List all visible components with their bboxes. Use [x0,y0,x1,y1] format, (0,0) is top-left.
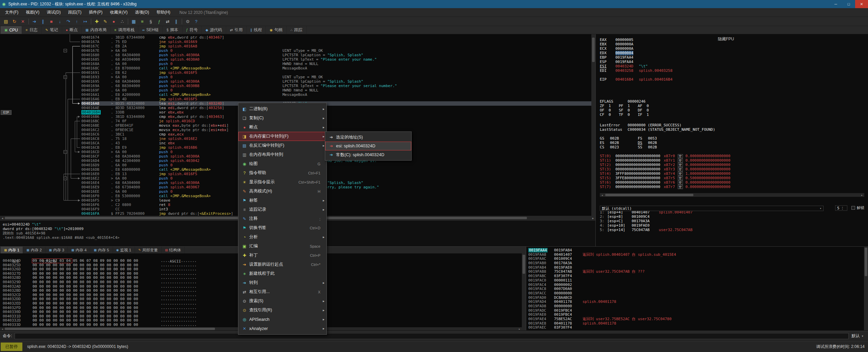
scrollbar-thumb[interactable] [522,255,525,274]
menu-item-find-references[interactable]: ⊙查找引用(R)▸ [238,306,327,315]
menu-item-apisearch[interactable]: ◎APISearch▸ [238,315,327,324]
stack-row[interactable]: 0019FAB40019FAE0 [526,266,864,270]
stack-row[interactable]: 0019FAEC03F307F4 [526,326,864,330]
tab-source[interactable]: ◆源代码 [202,26,226,34]
register-row[interactable]: 4:[esp+10]0019FAE0 [600,223,868,228]
menubar-file[interactable]: 文件(F) [1,8,22,17]
help-button[interactable]: ? [192,17,200,25]
register-row[interactable]: GS002BFS0053 [600,136,868,141]
tab-struct[interactable]: ▤结构体 [162,247,185,253]
tab-call-stack[interactable]: ≡调用堆栈 [111,26,139,34]
disasm-row[interactable]: 004016E0. EB 13jmp splish.4016F5 [81,172,591,176]
menu-item-goto[interactable]: ➔转到▸ [238,278,327,287]
disasm-row[interactable]: 0040167A. 75 EDjne splish.401669 [81,40,591,44]
register-row[interactable]: 5:[esp+14]75C047ABuser32.75C047AB [600,228,868,232]
tab-script[interactable]: §脚本 [163,26,182,34]
register-row[interactable]: ZF1PF1AF0 [600,104,868,108]
stack-row[interactable]: 0019FAAC001009C4 [526,257,864,261]
arg-count-spinner[interactable]: 5▴▾ [835,205,847,211]
registers-hscrollbar[interactable]: ◂▸ [600,193,864,197]
scroll-right-icon[interactable]: ▸ [591,216,595,220]
tab-dump-5[interactable]: ▦内存 5 [90,247,113,253]
register-value[interactable]: 0000000A [615,46,633,51]
patch-button[interactable]: ✚ [93,17,101,25]
register-row[interactable]: EBP0019FAA4 [600,55,868,60]
disasm-row[interactable]: 004016FA$ FF25 70204000jmp dword ptr ds:… [81,211,591,216]
register-row[interactable]: ES002BDS002B [600,141,868,145]
symbols-button[interactable]: ƒ [155,17,163,25]
dump-vscrollbar[interactable] [522,253,526,330]
stack-row[interactable]: 0019FAD400401178splish.00401178 [526,300,864,304]
step-over-button[interactable]: ↷ [64,17,73,25]
disasm-row[interactable]: 004016B4. 33DBxor ebx,ebx [81,110,591,115]
scroll-left-icon[interactable]: ◂ [0,327,5,331]
menu-item-breakpoint[interactable]: ●断点▸ [238,123,327,132]
disasm-row[interactable]: 004016A1. E8 A2000000call <JMP.&MessageB… [81,92,591,97]
disasm-row[interactable]: 004016B6. 3B1D 63344000cmp ebx,dword ptr… [81,115,591,119]
open-file-button[interactable]: ▤ [2,17,10,25]
menu-item-set-new-origin-here[interactable]: ➔设置新的运行起点Ctrl+* [238,260,327,269]
scrollbar-thumb[interactable] [865,248,867,276]
disasm-row[interactable]: 00401693> 6A 00push 0UINT uType = MB_OK [81,75,591,79]
menu-item-show-mnemonic-brief[interactable]: ☀显示指令提示Ctrl+Shift+F1 [238,178,327,187]
trace-button[interactable]: ∴ [118,17,126,25]
disasm-row[interactable]: 0040168C. E8 B7000000call <JMP.&MessageB… [81,66,591,70]
register-value[interactable]: 00403258 [615,68,633,73]
register-value[interactable]: 00000004 [615,51,633,55]
stack-row[interactable]: 0019FAC000000111 [526,278,864,283]
disasm-row[interactable]: 004016F9 CCint3 [81,207,591,211]
disasm-row[interactable]: 0040169F. 6A 00push 0HWND hWnd = NULL [81,88,591,92]
menu-item-goto-in-memory-map[interactable]: ▥在内存布局中转到 [238,150,327,159]
submenu-item-selected-address[interactable]: ➔选定的地址(S) [325,133,411,142]
tab-dump-4[interactable]: ▦内存 4 [68,247,90,253]
call-stack-button[interactable]: ≡ [138,17,146,25]
menu-item-graph[interactable]: ◉绘图G [238,159,327,168]
command-type-select[interactable]: 默认 ▾ [851,333,865,339]
scroll-right-icon[interactable]: ▸ [517,327,522,331]
menubar-options[interactable]: 选项(O) [131,8,153,17]
menu-item-patch[interactable]: ✚补丁Ctrl+P [238,251,327,260]
disasm-row[interactable]: 004016E4. 68 0A304000push splish.40300AL… [81,181,591,185]
stack-row[interactable]: 0019FAE800401178splish.00401178 [526,322,864,326]
stack-row[interactable]: 0019FAC400000002 [526,283,864,287]
tab-notes[interactable]: ✎笔记 [42,26,62,34]
disasm-row[interactable]: 0040169A. 68 B8304000push splish.4030B8L… [81,84,591,88]
menu-item-instruction-help[interactable]: ?指令帮助Ctrl+F1 [238,168,327,178]
memory-map-button[interactable]: ▦ [130,17,138,25]
disasm-row[interactable]: 004016E2> 6A 00push 0UINT uType = MB_OK [81,176,591,181]
menubar-trace[interactable]: 跟踪(T) [64,8,85,17]
menu-item-toggle-bookmark[interactable]: ⚑切换书签Ctrl+D [238,223,327,232]
register-row[interactable]: CS0023SS002B [600,145,868,149]
stack-vscrollbar[interactable] [864,246,868,330]
command-input[interactable] [15,333,849,339]
register-row[interactable]: ST(3)00000000000000000000x87r3空0.0000000… [600,167,868,171]
tab-breakpoints[interactable]: ●断点 [62,26,82,34]
execute-till-return-button[interactable]: ↦ [81,17,90,25]
register-value[interactable]: 00000005 [615,38,633,42]
menu-item-xanalyzer[interactable]: ✕xAnalyzer▸ [238,324,327,333]
breakpoint-button[interactable]: ● [110,17,118,25]
menu-item-copy[interactable]: ❏复制(C)▸ [238,113,327,123]
register-row[interactable]: OF0SF0DF0 [600,108,868,112]
register-row[interactable]: ST(1)00000000000000000000x87r1空0.0000000… [600,158,868,163]
menubar-view[interactable]: 视图(V) [22,8,43,17]
submenu-item-constant-address[interactable]: ➔常数(C): splish.0040324D [325,150,411,159]
disasm-row[interactable]: 00401674. 3B1D 67344000cmp ebx,dword ptr… [81,35,591,40]
menubar-debug[interactable]: 调试(D) [43,8,64,17]
disasm-row[interactable]: 00401691. EB 62jmp splish.4016F5 [81,70,591,75]
tab-locals[interactable]: ✎局部变量 [135,247,162,253]
register-value[interactable]: 0019FAA4 [615,60,633,64]
menu-item-xrefs[interactable]: ⇄相互引用...X [238,287,327,296]
register-row[interactable]: ST(5)3FFE8000000000000000x87r5空0.5000000… [600,176,868,180]
tab-dump-3[interactable]: ▦内存 3 [45,247,68,253]
menu-item-analysis[interactable]: ◔分析▸ [238,232,327,242]
scrollbar-thumb[interactable] [5,328,215,330]
disasm-row[interactable]: 00401680. 68 0A304000push splish.40300AL… [81,53,591,57]
register-row[interactable]: 2:[esp+8]001009C4 [600,214,868,219]
disasm-row[interactable]: 004016E9. 68 67304000push splish.403067L… [81,185,591,189]
register-row[interactable]: ST(2)00000000000000000000x87r2空0.0000000… [600,163,868,167]
menu-item-highlighting-mode[interactable]: ✎高亮模式(H)H [238,187,327,196]
register-row[interactable]: EBX0000000A [600,42,868,46]
menu-item-trace-record[interactable]: ≡追踪记录▸ [238,205,327,214]
settings-button[interactable]: ⚙ [183,17,192,25]
